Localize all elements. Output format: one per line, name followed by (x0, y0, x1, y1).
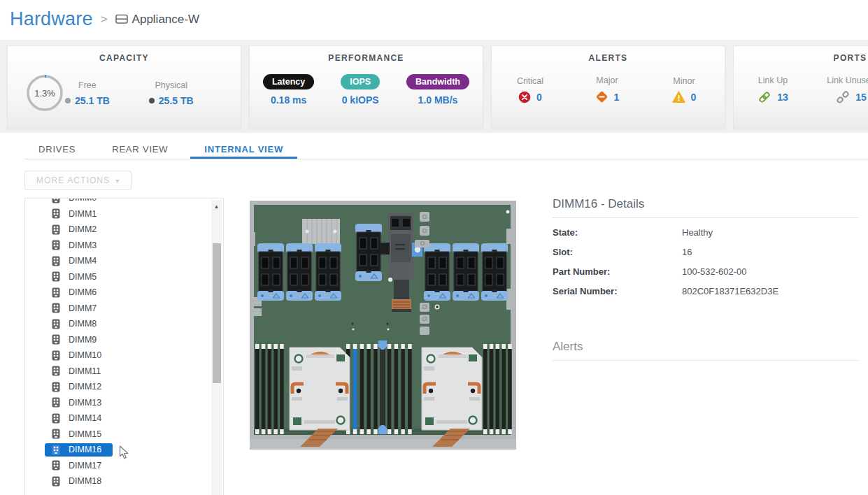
dimm-icon (52, 429, 60, 439)
summary-cards-strip: CAPACITY 1.3% Free 25.1 TB Physical 25.5… (0, 40, 868, 133)
list-item-dimm0[interactable]: DIMM0 (25, 198, 223, 206)
dimm-icon (52, 208, 60, 219)
list-item-dimm7[interactable]: DIMM7 (25, 301, 223, 317)
major-label: Major (596, 76, 618, 85)
link-up-label: Link Up (758, 76, 788, 85)
capacity-donut-percent: 1.3% (34, 88, 55, 99)
capacity-card: CAPACITY 1.3% Free 25.1 TB Physical 25.5… (7, 45, 241, 129)
dimm-icon (52, 382, 60, 392)
details-title: DIMM16 - Details (553, 197, 858, 218)
link-unused-count: 15 (855, 92, 867, 103)
list-item-dimm11[interactable]: DIMM11 (25, 364, 223, 380)
appliance-icon (115, 14, 128, 24)
detail-row: Serial Number:802C0F18371E632D3E (553, 281, 858, 301)
major-icon (595, 90, 609, 103)
iops-pill: IOPS (341, 74, 380, 89)
bandwidth-value: 1.0 MB/s (418, 94, 458, 106)
physical-value: 25.5 TB (159, 95, 194, 106)
list-item-dimm2[interactable]: DIMM2 (25, 222, 223, 238)
page-header: Hardware > Appliance-W (0, 0, 868, 40)
list-item-dimm15[interactable]: DIMM15 (25, 426, 223, 443)
capacity-card-title: CAPACITY (8, 46, 241, 63)
capacity-physical-metric: Physical 25.5 TB (149, 80, 194, 106)
list-item-dimm1[interactable]: DIMM1 (25, 206, 223, 222)
list-item-dimm18[interactable]: DIMM18 (25, 473, 223, 489)
critical-label: Critical (517, 76, 543, 86)
list-item-dimm13[interactable]: DIMM13 (25, 395, 223, 411)
dimm-icon (52, 303, 60, 313)
physical-dot-icon (149, 98, 155, 103)
motherboard-graphic (250, 201, 516, 450)
list-item-dimm17[interactable]: DIMM17 (25, 458, 223, 474)
chevron-down-icon: ▾ (115, 177, 120, 185)
dimm-icon (52, 460, 60, 471)
dimm-icon (52, 366, 60, 376)
dimm-icon (52, 334, 60, 345)
free-value: 25.1 TB (75, 95, 110, 106)
dimm-icon (52, 256, 60, 266)
dimm-icon (52, 319, 60, 329)
list-item-dimm3[interactable]: DIMM3 (25, 238, 223, 254)
free-dot-icon (65, 98, 71, 103)
detail-row: Slot:16 (553, 242, 858, 261)
list-item-dimm5[interactable]: DIMM5 (25, 269, 223, 285)
breadcrumb-separator: > (99, 13, 109, 27)
dimm-icon (52, 413, 60, 424)
list-item-dimm14[interactable]: DIMM14 (25, 410, 223, 426)
critical-count: 0 (536, 92, 542, 103)
appliance-name: Appliance-W (132, 13, 199, 27)
list-item-dimm12[interactable]: DIMM12 (25, 379, 223, 395)
capacity-free-metric: Free 25.1 TB (65, 80, 110, 106)
list-item-dimm4[interactable]: DIMM4 (25, 253, 223, 269)
tab-drives[interactable]: DRIVES (24, 142, 90, 159)
latency-pill: Latency (263, 74, 314, 89)
link-up-count: 13 (777, 92, 788, 103)
minor-count: 0 (691, 92, 697, 103)
link-up-icon (757, 90, 771, 104)
performance-card: PERFORMANCE Latency 0.18 ms IOPS 0 kIOPS… (249, 45, 483, 129)
link-unused-metric: Link Unused 15 (812, 76, 868, 104)
ports-card: PORTS Link Up 13 Link Unused (733, 45, 868, 129)
list-item-dimm6[interactable]: DIMM6 (25, 285, 223, 301)
dimm-icon (52, 287, 60, 298)
minor-label: Minor (673, 76, 695, 86)
more-actions-button[interactable]: MORE ACTIONS ▾ (24, 171, 131, 190)
details-panel: DIMM16 - Details State:HealthySlot:16Par… (553, 197, 858, 361)
tab-rear-view[interactable]: REAR VIEW (98, 142, 182, 159)
detail-row: Part Number:100-532-602-00 (553, 261, 858, 281)
latency-value: 0.18 ms (271, 94, 306, 106)
list-item-dimm9[interactable]: DIMM9 (25, 332, 223, 348)
dimm-icon (52, 350, 60, 361)
tab-internal-view[interactable]: INTERNAL VIEW (190, 142, 297, 159)
bandwidth-pill: Bandwidth (406, 74, 469, 89)
breadcrumb-current: Appliance-W (115, 13, 199, 27)
alerts-section-title: Alerts (553, 340, 858, 361)
major-alerts-metric: Major 1 (569, 76, 646, 103)
component-list-items: DIMM0 DIMM1 DIMM2 DIMM3 DIMM4 DIMM5 DIMM… (25, 198, 223, 489)
performance-card-title: PERFORMANCE (250, 46, 483, 63)
list-item-dimm10[interactable]: DIMM10 (25, 347, 223, 364)
list-scrollbar[interactable]: ▲ (211, 200, 222, 495)
latency-metric: Latency 0.18 ms (263, 74, 314, 106)
minor-icon (672, 91, 685, 103)
scroll-up-icon[interactable]: ▲ (211, 200, 222, 213)
ports-card-title: PORTS (734, 46, 868, 63)
bandwidth-metric: Bandwidth 1.0 MB/s (406, 74, 469, 106)
list-item-dimm16[interactable]: DIMM16 (25, 442, 223, 458)
critical-alerts-metric: Critical 0 (492, 76, 569, 103)
internal-view-board-image[interactable] (250, 201, 516, 450)
view-tabs: DRIVES REAR VIEW INTERNAL VIEW (24, 142, 868, 159)
link-unused-label: Link Unused (827, 76, 868, 85)
dimm-icon (52, 271, 60, 282)
dimm-icon (52, 397, 60, 408)
dimm-icon (52, 445, 60, 455)
component-list: DIMM0 DIMM1 DIMM2 DIMM3 DIMM4 DIMM5 DIMM… (24, 198, 224, 495)
dimm-icon (52, 224, 60, 235)
link-up-metric: Link Up 13 (734, 76, 812, 104)
scrollbar-thumb[interactable] (213, 243, 221, 383)
dimm-icon (52, 476, 60, 487)
list-item-dimm8[interactable]: DIMM8 (25, 316, 223, 332)
dimm-icon (52, 240, 60, 250)
more-actions-label: MORE ACTIONS (36, 175, 110, 185)
breadcrumb-hardware-link[interactable]: Hardware (10, 8, 93, 30)
